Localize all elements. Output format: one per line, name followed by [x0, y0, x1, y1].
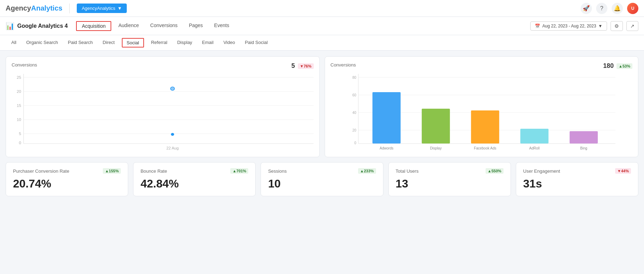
ga4-tab-acquisition[interactable]: Acquisition [76, 21, 111, 31]
left-chart-card: Conversions 5 ▼76% 25 20 15 10 5 0 [6, 56, 320, 157]
sec-tab-display[interactable]: Display [173, 35, 196, 51]
right-chart-value-row: 180 ▲53% [603, 62, 632, 70]
sec-tab-direct[interactable]: Direct [99, 35, 119, 51]
svg-text:Adwords: Adwords [380, 146, 393, 150]
sec-tab-all[interactable]: All [7, 35, 20, 51]
svg-text:5: 5 [19, 132, 21, 136]
svg-text:Facebook Ads: Facebook Ads [474, 146, 496, 150]
svg-text:0: 0 [19, 141, 21, 145]
left-chart-header: Conversions 5 ▼76% [12, 62, 314, 70]
line-chart-svg: 25 20 15 10 5 0 [12, 74, 314, 151]
svg-text:40: 40 [352, 111, 356, 115]
stat-badge-2: ▲233% [358, 168, 376, 174]
brand-divider [69, 4, 70, 13]
right-chart-header: Conversions 180 ▲53% [331, 62, 633, 70]
avatar[interactable]: U [627, 3, 638, 14]
brand-area: AgencyAnalytics AgencyAnalytics ▼ [6, 4, 127, 13]
stat-card-total-users: Total Users ▲550% 13 [388, 162, 511, 196]
secondary-navigation: All Organic Search Paid Search Direct So… [0, 35, 644, 51]
stat-title-1: Bounce Rate [140, 168, 167, 174]
stat-card-sessions: Sessions ▲233% 10 [261, 162, 383, 196]
stat-card-purchaser-conversion-rate: Purchaser Conversion Rate ▲155% 20.74% [6, 162, 128, 196]
stat-title-2: Sessions [268, 168, 287, 174]
top-navigation: AgencyAnalytics AgencyAnalytics ▼ 🚀 ? 🔔 … [0, 0, 644, 17]
right-chart-title: Conversions [331, 62, 356, 68]
sec-tab-organic-search[interactable]: Organic Search [22, 35, 62, 51]
stat-badge-4: ▼44% [615, 168, 631, 174]
ga4-title-area: 📊 Google Analytics 4 [6, 22, 68, 30]
left-chart-value: 5 [292, 62, 295, 70]
chevron-down-icon: ▼ [598, 24, 602, 28]
stat-card-bounce-rate: Bounce Rate ▲701% 42.84% [133, 162, 256, 196]
help-icon-btn[interactable]: ? [596, 3, 607, 14]
share-btn[interactable]: ↗ [626, 21, 638, 31]
ga4-nav-right: 📅 Aug 22, 2023 - Aug 22, 2023 ▼ ⚙ ↗ [530, 21, 638, 31]
nav-right-icons: 🚀 ? 🔔 U [581, 3, 638, 14]
stat-card-user-engagement: User Engagement ▼44% 31s [516, 162, 638, 196]
rocket-icon-btn[interactable]: 🚀 [581, 3, 592, 14]
stat-title-0: Purchaser Conversion Rate [13, 168, 69, 174]
ga4-icon: 📊 [6, 22, 14, 30]
svg-text:22 Aug: 22 Aug [166, 146, 179, 150]
brand-logo: AgencyAnalytics [6, 4, 62, 12]
left-chart-area: 25 20 15 10 5 0 [12, 74, 314, 151]
right-chart-card: Conversions 180 ▲53% 80 60 40 20 0 [325, 56, 639, 157]
agency-analytics-btn[interactable]: AgencyAnalytics ▼ [77, 4, 127, 13]
bar-adwords [372, 92, 400, 144]
svg-text:20: 20 [17, 90, 21, 94]
calendar-icon: 📅 [535, 24, 540, 28]
line-dot-low [171, 133, 174, 136]
bar-bing [569, 131, 598, 144]
svg-text:Display: Display [430, 146, 442, 150]
ga4-nav-left: 📊 Google Analytics 4 Acquisition Audienc… [6, 17, 235, 35]
stat-header-2: Sessions ▲233% [268, 168, 376, 174]
stat-badge-1: ▲701% [230, 168, 248, 174]
bell-icon-btn[interactable]: 🔔 [612, 3, 623, 14]
left-chart-badge: ▼76% [298, 63, 314, 69]
ga4-tab-pages[interactable]: Pages [183, 17, 208, 35]
stat-header-4: User Engagement ▼44% [523, 168, 631, 174]
ga4-tab-conversions[interactable]: Conversions [145, 17, 183, 35]
left-chart-value-row: 5 ▼76% [292, 62, 314, 70]
sec-tab-referral[interactable]: Referral [147, 35, 171, 51]
main-content: Conversions 5 ▼76% 25 20 15 10 5 0 [0, 51, 644, 202]
svg-text:15: 15 [17, 104, 21, 108]
right-chart-badge: ▲53% [617, 63, 632, 69]
stat-badge-3: ▲550% [486, 168, 504, 174]
ga4-navigation: 📊 Google Analytics 4 Acquisition Audienc… [0, 17, 644, 35]
filter-btn[interactable]: ⚙ [611, 21, 623, 31]
svg-text:20: 20 [352, 128, 356, 132]
stat-header-1: Bounce Rate ▲701% [140, 168, 248, 174]
bar-facebook-ads [471, 110, 499, 144]
line-dot-high [170, 87, 174, 90]
stat-header-0: Purchaser Conversion Rate ▲155% [13, 168, 121, 174]
bar-chart-area: 80 60 40 20 0 Adwords [331, 74, 633, 151]
ga4-tab-audience[interactable]: Audience [113, 17, 144, 35]
ga4-tab-events[interactable]: Events [208, 17, 235, 35]
stat-value-2: 10 [268, 177, 376, 190]
ga4-title: Google Analytics 4 [17, 23, 68, 29]
bar-chart-svg: 80 60 40 20 0 Adwords [331, 74, 633, 151]
svg-text:80: 80 [352, 76, 356, 79]
stat-badge-0: ▲155% [103, 168, 121, 174]
stat-title-3: Total Users [396, 168, 419, 174]
stat-value-4: 31s [523, 177, 631, 190]
sec-tab-social[interactable]: Social [122, 38, 144, 47]
stat-value-3: 13 [396, 177, 504, 190]
svg-text:0: 0 [354, 141, 356, 145]
svg-text:AdRoll: AdRoll [529, 146, 539, 150]
svg-text:10: 10 [17, 118, 21, 122]
left-chart-title: Conversions [12, 62, 37, 68]
sec-tab-email[interactable]: Email [198, 35, 218, 51]
stat-value-0: 20.74% [13, 177, 121, 190]
right-chart-value: 180 [603, 62, 614, 70]
sec-tab-paid-search[interactable]: Paid Search [64, 35, 97, 51]
svg-text:Bing: Bing [580, 146, 587, 150]
bar-display [421, 109, 450, 144]
sec-tab-paid-social[interactable]: Paid Social [240, 35, 272, 51]
stat-title-4: User Engagement [523, 168, 560, 174]
svg-text:25: 25 [17, 76, 21, 79]
date-range-picker[interactable]: 📅 Aug 22, 2023 - Aug 22, 2023 ▼ [530, 21, 607, 31]
stat-value-1: 42.84% [140, 177, 248, 190]
sec-tab-video[interactable]: Video [219, 35, 239, 51]
